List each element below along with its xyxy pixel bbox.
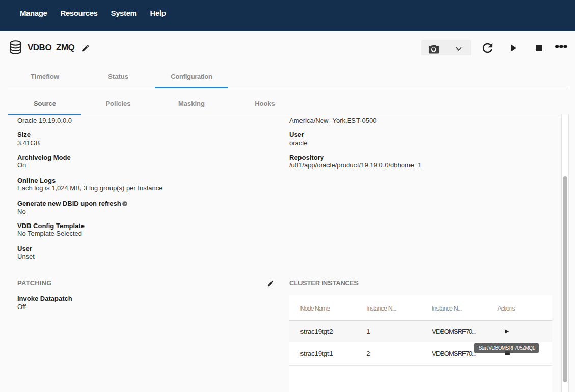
svg-text:?: ? [124, 202, 126, 206]
